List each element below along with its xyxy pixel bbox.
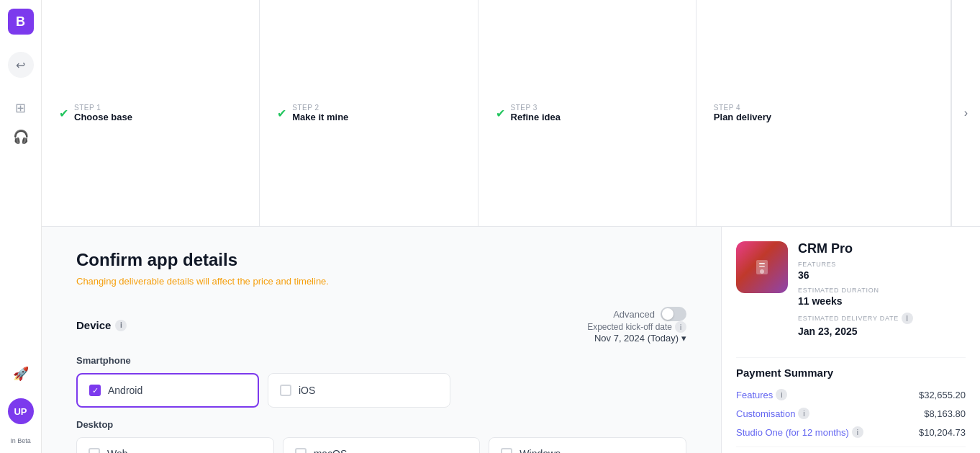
- web-label: Web: [107, 448, 128, 453]
- app-thumbnail: [736, 241, 788, 293]
- app-info: CRM Pro FEATURES 36 ESTIMATED DURATION 1…: [798, 241, 966, 343]
- step4-info: STEP 4 Plan delivery: [714, 104, 771, 122]
- macos-checkbox: [295, 448, 307, 453]
- main-wrapper: ✔ STEP 1 Choose base ✔ STEP 2 Make it mi…: [42, 0, 980, 453]
- step3-check-icon: ✔: [496, 107, 505, 120]
- stepper: ✔ STEP 1 Choose base ✔ STEP 2 Make it mi…: [42, 0, 980, 227]
- ios-checkbox: [280, 385, 291, 396]
- rocket-icon[interactable]: 🚀: [8, 361, 34, 387]
- payment-title: Payment Summary: [736, 367, 966, 379]
- app-name: CRM Pro: [798, 241, 966, 256]
- step3-info: STEP 3 Refine idea: [511, 104, 561, 122]
- page-title: Confirm app details: [76, 250, 686, 270]
- kickoff-date-value[interactable]: Nov 7, 2024 (Today) ▾: [594, 333, 686, 344]
- android-checkbox: ✓: [89, 385, 101, 396]
- sidebar: B ↩ ⊞ 🎧 🚀 UP In Beta: [0, 0, 42, 453]
- android-label: Android: [108, 385, 142, 396]
- studio-row: Studio One (for 12 months) i $10,204.73: [736, 426, 966, 438]
- windows-card[interactable]: Windows: [489, 437, 686, 453]
- smartphone-label: Smartphone: [76, 355, 686, 366]
- step1-check-icon: ✔: [59, 107, 68, 120]
- svg-rect-2: [759, 266, 765, 267]
- beta-label: In Beta: [10, 437, 31, 444]
- page-subtitle: Changing deliverable details will affect…: [76, 276, 686, 287]
- delivery-info-icon[interactable]: i: [902, 313, 913, 324]
- studio-label: Studio One (for 12 months) i: [736, 426, 863, 438]
- advanced-toggle: Advanced: [613, 307, 686, 321]
- step2-label: STEP 2: [292, 104, 348, 112]
- kickoff-date-label: Expected kick-off date i: [587, 321, 686, 333]
- crm-thumb-icon: [750, 256, 773, 279]
- features-cost-info-icon[interactable]: i: [776, 389, 787, 400]
- macos-label: macOS: [314, 448, 348, 453]
- customisation-label: Customisation i: [736, 408, 809, 419]
- delivery-label: ESTIMATED DELIVERY DATE i: [798, 313, 966, 324]
- duration-label: ESTIMATED DURATION: [798, 287, 966, 294]
- step-4: STEP 4 Plan delivery: [697, 0, 951, 226]
- ios-label: iOS: [299, 385, 315, 396]
- features-cost-label: Features i: [736, 389, 787, 400]
- top-controls: Device i Advanced Expected kick-off date…: [76, 307, 686, 344]
- macos-card[interactable]: macOS: [283, 437, 481, 453]
- features-value: 36: [798, 269, 966, 281]
- step1-title: Choose base: [74, 112, 132, 122]
- step4-title: Plan delivery: [714, 112, 771, 122]
- step-2: ✔ STEP 2 Make it mine: [260, 0, 478, 226]
- kickoff-block: Advanced Expected kick-off date i Nov 7,…: [587, 307, 686, 344]
- step2-info: STEP 2 Make it mine: [292, 104, 348, 122]
- step-3: ✔ STEP 3 Refine idea: [478, 0, 697, 226]
- windows-label: Windows: [520, 448, 561, 453]
- features-cost-value: $32,655.20: [919, 390, 966, 400]
- android-card[interactable]: ✓ Android: [76, 373, 259, 408]
- step2-check-icon: ✔: [277, 107, 286, 120]
- features-label: FEATURES: [798, 261, 966, 268]
- customisation-info-icon[interactable]: i: [798, 408, 809, 419]
- svg-point-3: [760, 269, 764, 274]
- stepper-chevron[interactable]: ›: [951, 0, 980, 226]
- advanced-toggle-switch[interactable]: [661, 307, 686, 321]
- headset-icon[interactable]: 🎧: [8, 124, 34, 150]
- duration-value: 11 weeks: [798, 295, 966, 307]
- content-area: Confirm app details Changing deliverable…: [42, 227, 980, 453]
- customisation-value: $8,163.80: [924, 408, 966, 419]
- step2-title: Make it mine: [292, 112, 348, 122]
- step-1: ✔ STEP 1 Choose base: [42, 0, 260, 226]
- ios-card[interactable]: iOS: [268, 373, 450, 408]
- main-content: Confirm app details Changing deliverable…: [42, 227, 721, 453]
- web-card[interactable]: Web: [76, 437, 274, 453]
- features-cost-row: Features i $32,655.20: [736, 389, 966, 400]
- chevron-down-icon: ▾: [681, 333, 686, 344]
- right-panel: CRM Pro FEATURES 36 ESTIMATED DURATION 1…: [721, 227, 980, 453]
- kickoff-info-icon[interactable]: i: [675, 321, 686, 333]
- svg-rect-1: [759, 263, 765, 264]
- undo-button[interactable]: ↩: [8, 52, 34, 78]
- desktop-grid: Web macOS Windows: [76, 437, 686, 453]
- delivery-value: Jan 23, 2025: [798, 326, 966, 337]
- step1-info: STEP 1 Choose base: [74, 104, 132, 122]
- app-thumb-img: [736, 241, 788, 293]
- step3-label: STEP 3: [511, 104, 561, 112]
- studio-value: $10,204.73: [919, 427, 966, 438]
- grid-icon[interactable]: ⊞: [8, 95, 34, 121]
- smartphone-grid: ✓ Android iOS: [76, 373, 450, 408]
- web-checkbox: [89, 448, 100, 453]
- divider-1: [736, 357, 966, 358]
- advanced-control: Device i: [76, 319, 127, 331]
- app-logo[interactable]: B: [8, 9, 34, 35]
- device-info-icon[interactable]: i: [115, 320, 127, 331]
- studio-info-icon[interactable]: i: [852, 426, 863, 438]
- divider-2: [736, 447, 966, 447]
- desktop-label: Desktop: [76, 419, 686, 430]
- app-card: CRM Pro FEATURES 36 ESTIMATED DURATION 1…: [736, 241, 966, 343]
- toggle-knob: [662, 308, 673, 320]
- windows-checkbox: [501, 448, 512, 453]
- step1-label: STEP 1: [74, 104, 132, 112]
- step4-label: STEP 4: [714, 104, 771, 112]
- customisation-row: Customisation i $8,163.80: [736, 408, 966, 419]
- step3-title: Refine idea: [511, 112, 561, 122]
- avatar[interactable]: UP: [8, 398, 34, 424]
- device-label: Device i: [76, 319, 127, 331]
